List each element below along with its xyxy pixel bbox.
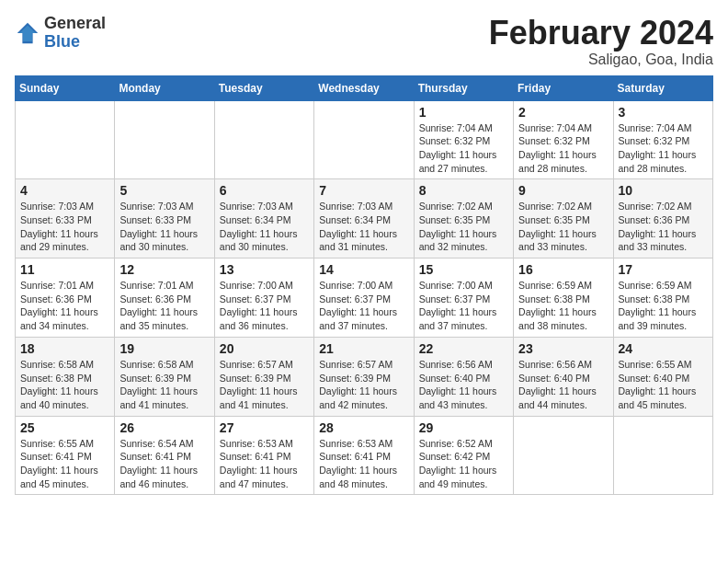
day-cell: 23Sunrise: 6:56 AM Sunset: 6:40 PM Dayli… [514, 337, 613, 416]
day-info: Sunrise: 6:54 AM Sunset: 6:41 PM Dayligh… [119, 437, 209, 491]
day-cell: 12Sunrise: 7:01 AM Sunset: 6:36 PM Dayli… [115, 259, 214, 338]
day-number: 23 [518, 341, 608, 356]
day-number: 17 [619, 262, 708, 277]
day-cell [613, 416, 712, 495]
day-cell: 10Sunrise: 7:02 AM Sunset: 6:36 PM Dayli… [613, 179, 712, 259]
logo-icon [15, 20, 40, 46]
day-info: Sunrise: 7:03 AM Sunset: 6:34 PM Dayligh… [319, 200, 408, 254]
day-cell: 29Sunrise: 6:52 AM Sunset: 6:42 PM Dayli… [414, 416, 513, 495]
day-cell: 22Sunrise: 6:56 AM Sunset: 6:40 PM Dayli… [414, 337, 513, 416]
day-info: Sunrise: 6:57 AM Sunset: 6:39 PM Dayligh… [319, 358, 408, 412]
day-number: 24 [619, 341, 708, 356]
day-info: Sunrise: 7:03 AM Sunset: 6:33 PM Dayligh… [119, 200, 209, 254]
day-info: Sunrise: 7:00 AM Sunset: 6:37 PM Dayligh… [319, 279, 408, 333]
weekday-header-friday: Friday [514, 75, 613, 100]
day-number: 19 [119, 341, 209, 356]
day-info: Sunrise: 7:01 AM Sunset: 6:36 PM Dayligh… [119, 279, 209, 333]
day-number: 29 [419, 420, 508, 435]
calendar-table: SundayMondayTuesdayWednesdayThursdayFrid… [15, 75, 713, 496]
day-number: 21 [319, 341, 408, 356]
title-area: February 2024 Saligao, Goa, India [489, 15, 713, 68]
day-info: Sunrise: 6:58 AM Sunset: 6:38 PM Dayligh… [20, 358, 109, 412]
day-info: Sunrise: 6:53 AM Sunset: 6:41 PM Dayligh… [220, 437, 309, 491]
day-cell: 18Sunrise: 6:58 AM Sunset: 6:38 PM Dayli… [16, 337, 115, 416]
week-row-4: 25Sunrise: 6:55 AM Sunset: 6:41 PM Dayli… [16, 416, 713, 495]
day-info: Sunrise: 6:56 AM Sunset: 6:40 PM Dayligh… [419, 358, 508, 412]
day-info: Sunrise: 7:04 AM Sunset: 6:32 PM Dayligh… [419, 121, 508, 176]
day-cell: 4Sunrise: 7:03 AM Sunset: 6:33 PM Daylig… [16, 179, 115, 259]
day-number: 27 [220, 420, 309, 435]
day-info: Sunrise: 6:53 AM Sunset: 6:41 PM Dayligh… [319, 437, 408, 491]
logo: General Blue [15, 15, 106, 52]
day-number: 25 [20, 420, 109, 435]
day-number: 1 [419, 105, 508, 120]
day-info: Sunrise: 7:00 AM Sunset: 6:37 PM Dayligh… [419, 279, 508, 333]
day-number: 3 [619, 105, 708, 120]
day-info: Sunrise: 7:04 AM Sunset: 6:32 PM Dayligh… [619, 121, 708, 176]
day-info: Sunrise: 7:03 AM Sunset: 6:34 PM Dayligh… [220, 200, 309, 254]
day-number: 22 [419, 341, 508, 356]
weekday-header-thursday: Thursday [414, 75, 513, 100]
day-number: 26 [119, 420, 209, 435]
day-cell: 26Sunrise: 6:54 AM Sunset: 6:41 PM Dayli… [115, 416, 214, 495]
day-info: Sunrise: 6:55 AM Sunset: 6:40 PM Dayligh… [619, 358, 708, 412]
day-number: 7 [319, 183, 408, 198]
day-info: Sunrise: 7:04 AM Sunset: 6:32 PM Dayligh… [518, 121, 608, 176]
month-title: February 2024 [489, 15, 713, 52]
day-number: 10 [619, 183, 708, 198]
day-number: 28 [319, 420, 408, 435]
day-number: 13 [220, 262, 309, 277]
week-row-3: 18Sunrise: 6:58 AM Sunset: 6:38 PM Dayli… [16, 337, 713, 416]
day-info: Sunrise: 6:59 AM Sunset: 6:38 PM Dayligh… [518, 279, 608, 333]
weekday-header-wednesday: Wednesday [314, 75, 414, 100]
day-cell: 27Sunrise: 6:53 AM Sunset: 6:41 PM Dayli… [214, 416, 313, 495]
day-number: 15 [419, 262, 508, 277]
day-info: Sunrise: 6:52 AM Sunset: 6:42 PM Dayligh… [419, 437, 508, 491]
day-number: 14 [319, 262, 408, 277]
day-cell: 21Sunrise: 6:57 AM Sunset: 6:39 PM Dayli… [314, 337, 414, 416]
day-info: Sunrise: 7:02 AM Sunset: 6:35 PM Dayligh… [419, 200, 508, 254]
day-cell [214, 100, 313, 179]
day-cell: 16Sunrise: 6:59 AM Sunset: 6:38 PM Dayli… [514, 259, 613, 338]
day-cell: 25Sunrise: 6:55 AM Sunset: 6:41 PM Dayli… [16, 416, 115, 495]
day-cell: 7Sunrise: 7:03 AM Sunset: 6:34 PM Daylig… [314, 179, 414, 259]
day-cell: 13Sunrise: 7:00 AM Sunset: 6:37 PM Dayli… [214, 259, 313, 338]
day-info: Sunrise: 6:55 AM Sunset: 6:41 PM Dayligh… [20, 437, 109, 491]
day-number: 18 [20, 341, 109, 356]
day-number: 9 [518, 183, 608, 198]
day-info: Sunrise: 6:59 AM Sunset: 6:38 PM Dayligh… [619, 279, 708, 333]
day-cell: 9Sunrise: 7:02 AM Sunset: 6:35 PM Daylig… [514, 179, 613, 259]
day-cell: 20Sunrise: 6:57 AM Sunset: 6:39 PM Dayli… [214, 337, 313, 416]
day-number: 5 [119, 183, 209, 198]
svg-marker-1 [19, 25, 36, 40]
day-number: 11 [20, 262, 109, 277]
day-cell: 2Sunrise: 7:04 AM Sunset: 6:32 PM Daylig… [514, 100, 613, 179]
day-number: 16 [518, 262, 608, 277]
day-cell: 6Sunrise: 7:03 AM Sunset: 6:34 PM Daylig… [214, 179, 313, 259]
day-info: Sunrise: 6:56 AM Sunset: 6:40 PM Dayligh… [518, 358, 608, 412]
logo-blue: Blue [44, 32, 80, 51]
day-cell: 24Sunrise: 6:55 AM Sunset: 6:40 PM Dayli… [613, 337, 712, 416]
day-number: 20 [220, 341, 309, 356]
day-cell: 5Sunrise: 7:03 AM Sunset: 6:33 PM Daylig… [115, 179, 214, 259]
weekday-header-saturday: Saturday [613, 75, 712, 100]
day-cell: 28Sunrise: 6:53 AM Sunset: 6:41 PM Dayli… [314, 416, 414, 495]
day-number: 6 [220, 183, 309, 198]
day-cell [115, 100, 214, 179]
day-cell: 8Sunrise: 7:02 AM Sunset: 6:35 PM Daylig… [414, 179, 513, 259]
week-row-2: 11Sunrise: 7:01 AM Sunset: 6:36 PM Dayli… [16, 259, 713, 338]
logo-general: General [44, 14, 106, 32]
day-cell: 1Sunrise: 7:04 AM Sunset: 6:32 PM Daylig… [414, 100, 513, 179]
day-cell: 3Sunrise: 7:04 AM Sunset: 6:32 PM Daylig… [613, 100, 712, 179]
day-cell: 11Sunrise: 7:01 AM Sunset: 6:36 PM Dayli… [16, 259, 115, 338]
day-cell: 17Sunrise: 6:59 AM Sunset: 6:38 PM Dayli… [613, 259, 712, 338]
day-cell [314, 100, 414, 179]
day-info: Sunrise: 7:02 AM Sunset: 6:36 PM Dayligh… [619, 200, 708, 254]
day-cell [16, 100, 115, 179]
weekday-header-tuesday: Tuesday [214, 75, 313, 100]
location: Saligao, Goa, India [489, 52, 713, 68]
day-cell: 19Sunrise: 6:58 AM Sunset: 6:39 PM Dayli… [115, 337, 214, 416]
week-row-0: 1Sunrise: 7:04 AM Sunset: 6:32 PM Daylig… [16, 100, 713, 179]
week-row-1: 4Sunrise: 7:03 AM Sunset: 6:33 PM Daylig… [16, 179, 713, 259]
day-cell: 15Sunrise: 7:00 AM Sunset: 6:37 PM Dayli… [414, 259, 513, 338]
